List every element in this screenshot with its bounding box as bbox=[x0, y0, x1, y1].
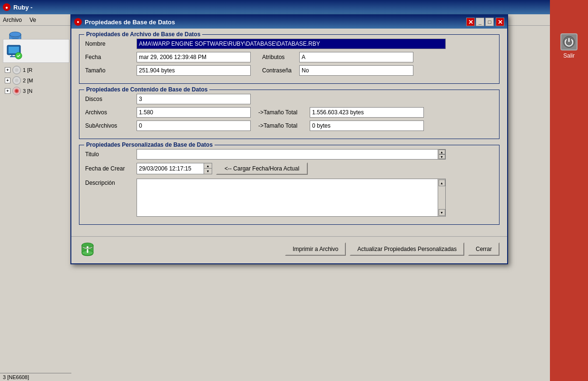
scroll-up-icon[interactable]: ▲ bbox=[439, 150, 445, 154]
fecha-label: Fecha bbox=[85, 54, 133, 60]
modal-dialog: ● Propiedades de Base de Datos ✕ _ □ ✕ P… bbox=[70, 14, 508, 264]
modal-window-controls: ✕ _ □ ✕ bbox=[466, 18, 504, 26]
discos-input[interactable] bbox=[137, 94, 251, 104]
contrasena-input[interactable] bbox=[299, 65, 413, 76]
desc-scroll-track bbox=[438, 187, 445, 209]
section-personalizadas-title: Propiedades Personalizadas de Base de Da… bbox=[84, 141, 215, 148]
maximize-button[interactable]: □ bbox=[485, 18, 494, 26]
cerrar-button[interactable]: Cerrar bbox=[468, 242, 500, 256]
titulo-row: Titulo ▲ ▼ bbox=[85, 149, 493, 160]
tamano-total-input-2[interactable] bbox=[310, 120, 424, 131]
fecha-crear-label: Fecha de Crear bbox=[85, 165, 133, 172]
close-x-button[interactable]: ✕ bbox=[496, 18, 504, 26]
scroll-down-icon[interactable]: ▼ bbox=[439, 154, 445, 159]
tamano-total-label-1: ->Tamaño Total bbox=[258, 109, 306, 116]
descripcion-label: Descripción bbox=[85, 180, 133, 186]
titulo-label: Titulo bbox=[85, 151, 133, 158]
spinner-up[interactable]: ▲ bbox=[204, 163, 212, 169]
fecha-crear-input[interactable] bbox=[137, 163, 204, 174]
nombre-row: Nombre bbox=[85, 39, 493, 49]
tamano-contrasena-row: Tamaño Contraseña bbox=[85, 65, 493, 76]
actualizar-button[interactable]: Actualizar Propiedades Personalizadas bbox=[350, 242, 464, 256]
modal-overlay: ● Propiedades de Base de Datos ✕ _ □ ✕ P… bbox=[0, 0, 588, 381]
descripcion-container[interactable]: ▲ ▼ bbox=[137, 179, 446, 217]
section-personalizadas: Propiedades Personalizadas de Base de Da… bbox=[79, 145, 500, 225]
descripcion-scrollbar: ▲ ▼ bbox=[438, 179, 445, 216]
footer-buttons: Imprimir a Archivo Actualizar Propiedade… bbox=[285, 242, 500, 256]
subarchivos-row: SubArchivos ->Tamaño Total bbox=[85, 120, 493, 131]
subarchivos-input[interactable] bbox=[137, 120, 251, 131]
tamano-input[interactable] bbox=[137, 65, 251, 76]
titulo-input-container[interactable]: ▲ ▼ bbox=[137, 149, 446, 160]
section-archivo-title: Propiedades de Archivo de Base de Datos bbox=[84, 31, 202, 38]
footer-info-icon bbox=[79, 241, 96, 258]
info-icon bbox=[79, 241, 96, 258]
modal-icon: ● bbox=[74, 18, 82, 26]
section-contenido: Propiedades de Contenido de Base de Dato… bbox=[79, 90, 500, 139]
tamano-label: Tamaño bbox=[85, 67, 133, 74]
close-button[interactable]: ✕ bbox=[466, 18, 475, 26]
titulo-input[interactable] bbox=[137, 150, 438, 159]
tamano-total-input-1[interactable] bbox=[310, 107, 424, 118]
fecha-input[interactable] bbox=[137, 52, 251, 62]
subarchivos-label: SubArchivos bbox=[85, 122, 133, 129]
nombre-input[interactable] bbox=[137, 39, 446, 49]
tamano-total-label-2: ->Tamaño Total bbox=[258, 122, 306, 129]
archivos-label: Archivos bbox=[85, 109, 133, 116]
fecha-spinner: ▲ ▼ bbox=[204, 163, 212, 174]
discos-row: Discos bbox=[85, 94, 493, 104]
modal-titlebar: ● Propiedades de Base de Datos ✕ _ □ ✕ bbox=[71, 15, 507, 29]
contrasena-label: Contraseña bbox=[262, 67, 295, 74]
section-archivo: Propiedades de Archivo de Base de Datos … bbox=[79, 34, 500, 84]
minimize-button[interactable]: _ bbox=[476, 18, 484, 26]
desc-scroll-up[interactable]: ▲ bbox=[439, 180, 445, 186]
nombre-label: Nombre bbox=[85, 40, 133, 47]
imprimir-button[interactable]: Imprimir a Archivo bbox=[285, 242, 346, 256]
atributos-input[interactable] bbox=[299, 52, 413, 62]
svg-rect-9 bbox=[87, 249, 88, 253]
discos-label: Discos bbox=[85, 96, 133, 102]
archivos-row: Archivos ->Tamaño Total bbox=[85, 107, 493, 118]
modal-body: Propiedades de Archivo de Base de Datos … bbox=[71, 29, 507, 236]
atributos-label: Atributos bbox=[262, 54, 295, 60]
modal-footer: Imprimir a Archivo Actualizar Propiedade… bbox=[71, 236, 507, 263]
svg-point-8 bbox=[87, 246, 88, 248]
descripcion-row: Descripción ▲ ▼ bbox=[85, 179, 493, 217]
archivos-input[interactable] bbox=[137, 107, 251, 118]
cargar-fecha-button[interactable]: <-- Cargar Fecha/Hora Actual bbox=[216, 162, 308, 175]
fecha-atributos-row: Fecha Atributos bbox=[85, 52, 493, 62]
descripcion-textarea[interactable] bbox=[137, 179, 438, 216]
spinner-down[interactable]: ▼ bbox=[204, 169, 212, 174]
desc-scroll-down[interactable]: ▼ bbox=[439, 209, 445, 216]
modal-title: Propiedades de Base de Datos bbox=[85, 19, 175, 26]
fecha-crear-input-group: ▲ ▼ bbox=[137, 163, 212, 174]
fecha-crear-row: Fecha de Crear ▲ ▼ <-- Cargar Fecha/Hora… bbox=[85, 162, 493, 175]
section-contenido-title: Propiedades de Contenido de Base de Dato… bbox=[84, 86, 209, 93]
modal-title-left: ● Propiedades de Base de Datos bbox=[74, 18, 175, 26]
